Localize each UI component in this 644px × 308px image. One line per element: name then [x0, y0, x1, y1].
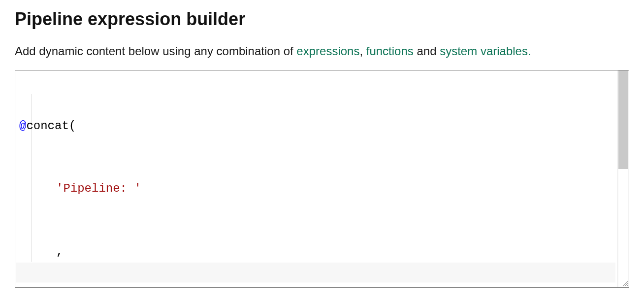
expression-editor[interactable]: @concat( 'Pipeline: ' , , '<br>' , 'Work…	[15, 70, 629, 288]
subtitle-sep1: ,	[359, 44, 366, 58]
link-system-variables[interactable]: system variables.	[440, 44, 531, 58]
expression-builder-panel: Pipeline expression builder Add dynamic …	[0, 0, 644, 293]
link-functions[interactable]: functions	[366, 44, 414, 58]
page-subtitle: Add dynamic content below using any comb…	[15, 43, 629, 59]
code-line-3: , '<br>'	[19, 305, 626, 308]
resize-handle-icon[interactable]	[621, 280, 628, 287]
token-func-concat: concat	[26, 119, 68, 133]
token-at: @	[19, 119, 26, 133]
subtitle-sep2: and	[414, 44, 440, 58]
svg-line-2	[627, 285, 628, 286]
token-open-paren: (	[69, 119, 76, 133]
code-line-2: ,	[19, 241, 626, 263]
code-line-0: @concat(	[19, 116, 626, 137]
token-string-pipeline: 'Pipeline: '	[56, 182, 141, 195]
page-title: Pipeline expression builder	[15, 9, 629, 30]
link-expressions[interactable]: expressions	[296, 44, 359, 58]
subtitle-text: Add dynamic content below using any comb…	[15, 44, 296, 58]
code-line-1: 'Pipeline: '	[19, 178, 626, 200]
code-area[interactable]: @concat( 'Pipeline: ' , , '<br>' , 'Work…	[15, 70, 629, 308]
token-comma: ,	[56, 245, 63, 258]
